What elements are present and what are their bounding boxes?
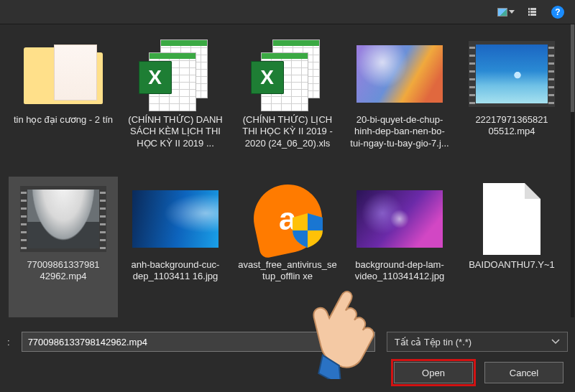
- file-item-image[interactable]: background-dep-lam-video_110341412.jpg: [345, 177, 454, 317]
- file-item-xls[interactable]: X (CHÍNH THỨC) LỊCH THI HỌC KỲ II 2019 -…: [233, 32, 342, 175]
- excel-icon: X: [244, 36, 331, 111]
- file-item-image[interactable]: 20-bi-quyet-de-chup-hinh-dep-ban-nen-bo-…: [345, 32, 454, 175]
- dialog-toolbar: ?: [0, 0, 575, 24]
- list-icon: [528, 8, 536, 16]
- vertical-scrollbar[interactable]: [571, 24, 574, 317]
- file-label: BAIDOANTHU7.Y~1: [466, 256, 557, 271]
- cancel-button[interactable]: Cancel: [484, 362, 564, 383]
- video-thumbnail: [20, 181, 106, 256]
- picture-icon: [497, 8, 507, 17]
- file-label: anh-background-cuc-dep_1103411 16.jpg: [123, 256, 228, 283]
- file-label: (CHÍNH THỨC) DANH SÁCH KÈM LỊCH THI HỌC …: [123, 111, 228, 149]
- file-item-generic[interactable]: BAIDOANTHU7.Y~1: [457, 177, 566, 317]
- file-label: 22217971365821 05512.mp4: [459, 111, 564, 138]
- file-item-exe[interactable]: a avast_free_antivirus_setup_offlin xe: [233, 177, 342, 317]
- file-grid: tin học đại cương - 2 tín X (CHÍNH THỨC)…: [0, 24, 575, 322]
- open-button-label: Open: [422, 368, 445, 378]
- filetype-dropdown[interactable]: Tất cả Tệp tin (*.*): [387, 332, 568, 352]
- uac-shield-icon: [290, 212, 326, 249]
- help-button[interactable]: ?: [549, 5, 566, 19]
- help-icon: ?: [551, 6, 564, 19]
- file-item-image[interactable]: anh-background-cuc-dep_1103411 16.jpg: [121, 177, 230, 317]
- scroll-handle[interactable]: [571, 24, 574, 112]
- file-item-folder[interactable]: tin học đại cương - 2 tín: [9, 32, 118, 175]
- folder-icon: [20, 36, 106, 111]
- filetype-label: Tất cả Tệp tin (*.*): [395, 337, 472, 347]
- image-thumbnail: [356, 36, 443, 111]
- file-label: background-dep-lam-video_110341412.jpg: [347, 256, 452, 283]
- filename-input[interactable]: [22, 332, 375, 352]
- open-button[interactable]: Open: [394, 362, 473, 383]
- file-item-xls[interactable]: X (CHÍNH THỨC) DANH SÁCH KÈM LỊCH THI HỌ…: [121, 32, 230, 175]
- cancel-button-label: Cancel: [510, 368, 538, 378]
- file-label: tin học đại cương - 2 tín: [12, 111, 115, 126]
- view-list-button[interactable]: [523, 5, 540, 19]
- file-label: 20-bi-quyet-de-chup-hinh-dep-ban-nen-bo-…: [347, 111, 452, 149]
- avast-icon: a: [244, 181, 331, 256]
- image-thumbnail: [132, 181, 218, 256]
- file-label: (CHÍNH THỨC) LỊCH THI HỌC KỲ II 2019 - 2…: [235, 111, 340, 149]
- file-label: 77009861337981 42962.mp4: [11, 256, 116, 283]
- excel-icon: X: [132, 36, 218, 111]
- view-thumbnails-dropdown[interactable]: [497, 5, 515, 19]
- chevron-down-icon: [551, 339, 560, 345]
- caret-down-icon: [509, 10, 515, 14]
- file-label: avast_free_antivirus_setup_offlin xe: [235, 256, 340, 283]
- file-icon: [469, 181, 555, 256]
- image-thumbnail: [356, 181, 443, 256]
- file-item-video-selected[interactable]: 77009861337981 42962.mp4: [9, 177, 118, 317]
- dialog-footer: : Tất cả Tệp tin (*.*) Open Cancel: [0, 332, 575, 383]
- filename-prefix: :: [7, 337, 10, 347]
- video-thumbnail: [469, 36, 555, 111]
- file-item-video[interactable]: 22217971365821 05512.mp4: [457, 32, 566, 175]
